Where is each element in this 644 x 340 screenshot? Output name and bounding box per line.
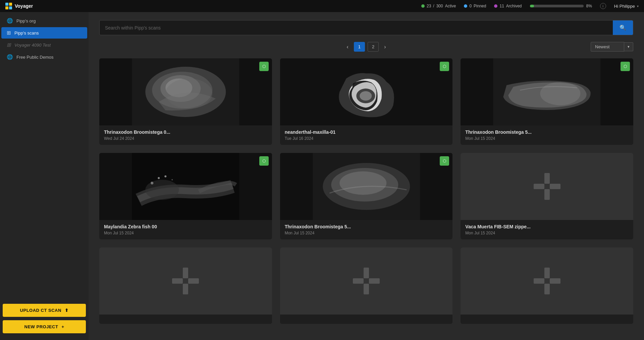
pinned-label: Pinned xyxy=(474,4,486,8)
svg-rect-33 xyxy=(364,268,369,278)
scan-info xyxy=(99,315,272,324)
svg-rect-0 xyxy=(5,3,8,6)
sidebar-item-demos[interactable]: 🌐 Free Public Demos xyxy=(1,51,87,63)
scan-card-2[interactable]: ⬡ neanderthal-maxilla-01 Tue Jul 16 2024 xyxy=(280,58,453,145)
scan-card-7[interactable] xyxy=(99,247,272,324)
svg-rect-25 xyxy=(544,173,550,184)
scan-thumbnail: ⬡ xyxy=(461,58,633,125)
scan-card-6[interactable]: Vaca Muerta FIB-SEM zippe... Mon Jul 15 … xyxy=(461,153,633,239)
grid-icon: ⊞ xyxy=(7,30,11,36)
scan-card-4[interactable]: ⬡ Maylandia Zebra fish 00 Mon Jul 15 202… xyxy=(99,153,272,239)
scan-thumbnail xyxy=(461,247,633,315)
scan-thumbnail: ⬡ xyxy=(99,153,272,220)
placeholder-icon xyxy=(172,268,199,294)
ct-visual xyxy=(99,153,272,220)
search-input[interactable] xyxy=(100,21,613,35)
sort-dropdown: Newest Oldest Name A-Z Name Z-A ▾ xyxy=(591,42,633,52)
svg-rect-36 xyxy=(364,284,369,294)
search-button[interactable]: 🔍 xyxy=(613,20,633,35)
prev-page-button[interactable]: ‹ xyxy=(344,43,351,51)
svg-rect-31 xyxy=(188,278,199,284)
upload-label: UPLOAD CT SCAN xyxy=(20,308,61,313)
active-label: Active xyxy=(445,4,456,8)
scan-placeholder xyxy=(280,247,453,315)
ct-visual xyxy=(280,58,453,125)
sidebar-item-org-label: Pipp's org xyxy=(16,18,36,23)
sort-chevron-icon[interactable]: ▾ xyxy=(624,42,633,51)
scan-title: Thrinaxodon Broomistega 0... xyxy=(104,129,267,135)
svg-point-9 xyxy=(165,78,212,109)
sort-select[interactable]: Newest Oldest Name A-Z Name Z-A xyxy=(591,42,624,52)
progress-bar-fill xyxy=(530,5,534,7)
placeholder-icon xyxy=(353,268,380,294)
sidebar: 🌐 Pipp's org ⊞ Pipp's scans ⊞ Voyager 40… xyxy=(0,12,89,340)
new-project-label: NEW PROJECT xyxy=(24,324,58,329)
3d-badge: ⬡ xyxy=(259,62,269,71)
scan-date: Wed Jul 24 2024 xyxy=(104,136,267,141)
next-page-button[interactable]: › xyxy=(381,43,388,51)
svg-rect-37 xyxy=(544,268,550,278)
content-area: 🔍 ‹ 1 2 › Newest Oldest Name A-Z Name Z-… xyxy=(89,12,644,340)
sidebar-item-org[interactable]: 🌐 Pipp's org xyxy=(1,15,87,26)
archived-label: Archived xyxy=(506,4,522,8)
3d-badge: ⬡ xyxy=(621,62,630,71)
scan-title: Vaca Muerta FIB-SEM zippe... xyxy=(465,224,629,229)
scan-card-1[interactable]: ⬡ Thrinaxodon Broomistega 0... Wed Jul 2… xyxy=(99,58,272,145)
placeholder-icon xyxy=(534,173,560,200)
scan-info: Thrinaxodon Broomistega 5... Mon Jul 15 … xyxy=(280,220,453,239)
topbar: Voyager 23 / 300 Active 0 Pinned 11 Arch… xyxy=(0,0,644,12)
upload-ct-scan-button[interactable]: UPLOAD CT SCAN ⬆ xyxy=(3,304,86,317)
search-icon: 🔍 xyxy=(620,24,626,31)
scan-info xyxy=(280,315,453,324)
app-logo[interactable]: Voyager xyxy=(5,3,33,9)
ct-visual xyxy=(99,58,272,125)
scan-thumbnail xyxy=(280,247,453,315)
svg-rect-40 xyxy=(544,284,550,294)
active-dot xyxy=(421,4,425,8)
svg-rect-27 xyxy=(550,184,560,189)
scan-info: Thrinaxodon Broomistega 5... Mon Jul 15 … xyxy=(461,125,633,145)
ct-visual xyxy=(280,153,453,220)
new-project-button[interactable]: NEW PROJECT + xyxy=(3,320,86,333)
scan-grid: ⬡ Thrinaxodon Broomistega 0... Wed Jul 2… xyxy=(99,58,633,324)
svg-rect-39 xyxy=(550,278,560,284)
active-count: 23 xyxy=(427,4,431,8)
info-icon[interactable]: i xyxy=(600,3,606,9)
sidebar-item-scans-label: Pipp's scans xyxy=(14,31,39,36)
scan-card-9[interactable] xyxy=(461,247,633,324)
scan-card-3[interactable]: ⬡ Thrinaxodon Broomistega 5... Mon Jul 1… xyxy=(461,58,633,145)
logo-icon xyxy=(5,3,12,9)
scan-placeholder xyxy=(461,247,633,315)
3d-badge: ⬡ xyxy=(440,62,449,71)
scan-placeholder xyxy=(99,247,272,315)
svg-rect-3 xyxy=(9,6,12,9)
3d-badge: ⬡ xyxy=(259,156,269,166)
pagination-row: ‹ 1 2 › Newest Oldest Name A-Z Name Z-A … xyxy=(99,42,633,52)
scan-card-8[interactable] xyxy=(280,247,453,324)
svg-point-18 xyxy=(164,175,166,177)
svg-point-24 xyxy=(339,171,386,195)
active-total: 300 xyxy=(436,4,443,8)
scan-date: Mon Jul 15 2024 xyxy=(465,231,629,235)
svg-rect-29 xyxy=(183,268,188,278)
pinned-dot xyxy=(464,4,467,8)
page-1-button[interactable]: 1 xyxy=(354,42,365,52)
sidebar-item-demos-label: Free Public Demos xyxy=(16,55,54,60)
scan-date: Tue Jul 16 2024 xyxy=(285,136,448,141)
svg-point-20 xyxy=(145,180,179,200)
scan-card-5[interactable]: ⬡ Thrinaxodon Broomistega 5... Mon Jul 1… xyxy=(280,153,453,239)
svg-rect-1 xyxy=(9,3,12,6)
scan-thumbnail xyxy=(461,153,633,220)
sidebar-item-voyager[interactable]: ⊞ Voyager 4090 Test xyxy=(1,39,87,51)
ct-visual xyxy=(461,58,633,125)
pinned-stat: 0 Pinned xyxy=(464,4,486,8)
user-menu[interactable]: Hi Philippe ▾ xyxy=(614,4,639,9)
sidebar-item-scans[interactable]: ⊞ Pipp's scans xyxy=(1,27,87,39)
sidebar-bottom: UPLOAD CT SCAN ⬆ NEW PROJECT + xyxy=(0,300,89,337)
svg-point-12 xyxy=(360,91,372,101)
page-2-button[interactable]: 2 xyxy=(368,42,379,52)
archived-count: 11 xyxy=(499,4,504,8)
scan-info xyxy=(461,315,633,324)
archived-stat: 11 Archived xyxy=(494,4,522,8)
chevron-down-icon: ▾ xyxy=(637,4,639,8)
